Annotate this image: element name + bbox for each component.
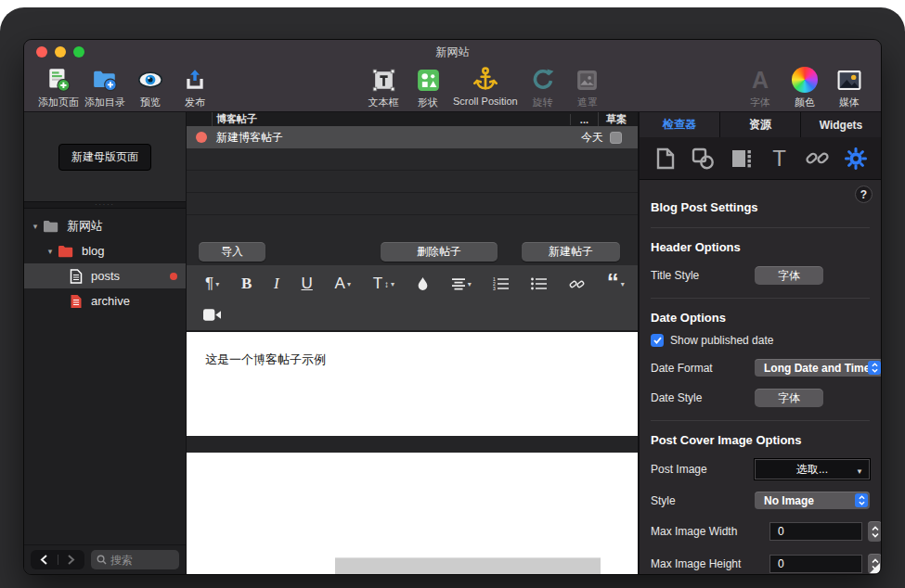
folder-gray-icon: [43, 220, 58, 233]
section-date-options: Date Options Show published date Date Fo…: [651, 299, 870, 421]
tree-item-label: archive: [91, 294, 130, 308]
publish-icon: [183, 65, 207, 95]
new-master-page-button[interactable]: 新建母版页面: [58, 144, 151, 171]
delete-post-button[interactable]: 删除帖子: [381, 242, 498, 262]
window-resize-handle[interactable]: [870, 563, 880, 573]
date-format-value: Long Date and Time: [764, 362, 868, 375]
cover-style-select[interactable]: No Image: [755, 492, 870, 509]
column-draft[interactable]: 草案: [598, 112, 638, 126]
fonts-label: 字体: [750, 96, 770, 109]
quote-button[interactable]: “▾: [607, 277, 625, 290]
settings-inspector-icon[interactable]: [844, 147, 868, 171]
text-size-button[interactable]: T↕▾: [373, 275, 394, 293]
empty-list-row[interactable]: [187, 148, 638, 171]
fonts-button[interactable]: A 字体: [738, 65, 782, 109]
shapes-tool-button[interactable]: 形状: [406, 65, 450, 109]
mask-label: 遮罩: [577, 96, 598, 109]
posts-actions-bar: 导入 删除帖子 新建帖子: [187, 237, 638, 265]
publish-label: 发布: [185, 96, 205, 109]
colors-button[interactable]: 颜色: [782, 65, 827, 109]
scroll-position-button[interactable]: Scroll Position: [450, 65, 521, 107]
shape-inspector-icon[interactable]: [692, 147, 716, 171]
folder-red-icon: [58, 245, 73, 258]
section-title: Date Options: [651, 311, 870, 325]
media-button[interactable]: 媒体: [827, 65, 872, 109]
tree-item-posts[interactable]: posts: [24, 263, 186, 288]
title-style-font-button[interactable]: 字体: [755, 266, 823, 285]
link-inspector-icon[interactable]: [806, 147, 830, 171]
link-button[interactable]: [569, 276, 585, 292]
new-post-button[interactable]: 新建帖子: [522, 242, 620, 262]
page-inspector-icon[interactable]: [653, 147, 678, 171]
post-image-value: 选取...: [756, 462, 869, 478]
tab-widgets[interactable]: Widgets: [801, 112, 881, 137]
help-button[interactable]: ?: [855, 185, 873, 203]
empty-list-row[interactable]: [187, 171, 638, 193]
textbox-label: 文本框: [368, 96, 399, 109]
main-toolbar: 添加页面 添加目录 预览 发布: [24, 60, 881, 112]
title-style-label: Title Style: [651, 269, 755, 282]
shapes-icon: [416, 65, 441, 95]
column-more[interactable]: ...: [570, 114, 598, 125]
font-color-button[interactable]: A▾: [335, 275, 351, 293]
tab-resources[interactable]: 资源: [720, 112, 801, 137]
chevron-down-icon[interactable]: ▾: [45, 247, 56, 256]
paragraph-style-button[interactable]: ¶▾: [205, 275, 219, 293]
forward-button[interactable]: [58, 550, 85, 569]
sidebar-bottom-bar: [24, 544, 186, 574]
textbox-icon: [371, 65, 396, 95]
italic-button[interactable]: I: [274, 275, 279, 293]
align-button[interactable]: ▾: [451, 278, 472, 290]
max-width-input[interactable]: [769, 522, 862, 541]
tab-inspector[interactable]: 检查器: [640, 112, 720, 137]
publish-button[interactable]: 发布: [173, 65, 217, 109]
page-preview[interactable]: [187, 453, 638, 574]
video-button[interactable]: [203, 308, 221, 325]
preview-button[interactable]: 预览: [128, 65, 173, 109]
empty-list-row[interactable]: [187, 193, 638, 215]
anchor-icon: [472, 65, 498, 95]
toolbar-right-group: A 字体 颜色 媒体: [738, 65, 872, 109]
date-format-select[interactable]: Long Date and Time: [755, 359, 881, 377]
show-published-date-checkbox[interactable]: [651, 334, 664, 347]
section-blog-post-settings: Blog Post Settings: [651, 180, 870, 228]
bold-button[interactable]: B: [241, 275, 252, 293]
bullet-list-button[interactable]: [531, 277, 547, 290]
date-style-font-button[interactable]: 字体: [755, 389, 823, 407]
post-content-editor[interactable]: 这是一个博客帖子示例: [187, 332, 638, 436]
sidebar: 新建母版页面 ····· ▾ 新网站 ▾ blog: [24, 112, 187, 574]
ordered-list-button[interactable]: 123: [493, 277, 509, 290]
inspector-panel: 检查器 资源 Widgets T: [640, 112, 881, 574]
highlight-button[interactable]: [417, 276, 429, 292]
tree-item-archive[interactable]: archive: [24, 288, 186, 313]
add-folder-button[interactable]: 添加目录: [82, 65, 128, 109]
post-list-row[interactable]: 新建博客帖子 今天: [187, 126, 638, 148]
underline-button[interactable]: U: [302, 275, 313, 293]
column-title[interactable]: 博客帖子: [212, 112, 570, 126]
post-image-pulldown[interactable]: 选取... ▼: [755, 459, 870, 479]
history-nav: [31, 550, 84, 569]
add-page-button[interactable]: 添加页面: [35, 65, 82, 109]
max-height-input[interactable]: [769, 555, 862, 573]
empty-list-row[interactable]: [187, 215, 638, 237]
mask-button[interactable]: 遮罩: [565, 65, 610, 109]
layout-inspector-icon[interactable]: [730, 147, 754, 171]
tree-item-blog[interactable]: ▾ blog: [24, 238, 186, 263]
import-button[interactable]: 导入: [199, 242, 265, 262]
post-editor-column: 博客帖子 ... 草案 新建博客帖子 今天 导入 删除帖子 新建帖子 ¶▾ B: [187, 112, 640, 574]
add-page-label: 添加页面: [38, 96, 79, 109]
back-button[interactable]: [31, 550, 58, 569]
chevron-down-icon[interactable]: ▾: [30, 222, 41, 231]
stepper-control[interactable]: [868, 521, 881, 542]
search-field[interactable]: [91, 550, 179, 569]
tree-item-site[interactable]: ▾ 新网站: [24, 213, 186, 238]
search-input[interactable]: [110, 554, 166, 567]
text-inspector-icon[interactable]: T: [768, 147, 792, 171]
textbox-tool-button[interactable]: 文本框: [361, 65, 406, 109]
caret-down-icon: ▾: [468, 280, 472, 288]
draft-checkbox[interactable]: [610, 132, 622, 144]
svg-text:3: 3: [493, 286, 496, 290]
rotate-button[interactable]: 旋转: [521, 65, 565, 109]
sidebar-drag-handle[interactable]: ·····: [24, 201, 186, 209]
section-title: Blog Post Settings: [651, 200, 870, 214]
